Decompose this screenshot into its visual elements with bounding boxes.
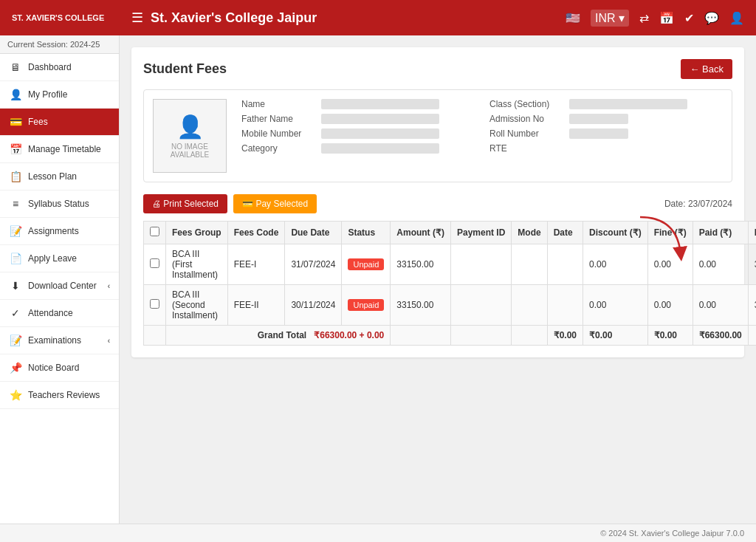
chevron-icon: ‹	[108, 282, 110, 290]
whatsapp-icon[interactable]: 💬	[704, 11, 719, 25]
class-row: Class (Section)	[489, 99, 723, 109]
select-all-checkbox[interactable]	[150, 227, 159, 236]
sidebar-item-download-center[interactable]: ⬇ Download Center ‹	[0, 272, 119, 300]
paid-cell: 0.00	[693, 244, 748, 285]
sidebar-item-label: Dashboard	[28, 62, 72, 72]
currency-badge[interactable]: INR ▾	[591, 10, 629, 27]
table-row: BCA III (First Installment) FEE-I 31/07/…	[144, 244, 757, 285]
row-checkbox-cell	[144, 244, 166, 285]
category-row: Category	[241, 143, 475, 154]
timetable-icon: 📅	[9, 143, 22, 155]
sidebar-item-label: Fees	[28, 117, 48, 127]
profile-icon: 👤	[9, 89, 22, 100]
sidebar-item-assignments[interactable]: 📝 Assignments	[0, 218, 119, 245]
sidebar-item-notice-board[interactable]: 📌 Notice Board	[0, 354, 119, 382]
name-value	[321, 99, 439, 109]
chevron-icon: ‹	[108, 337, 110, 345]
sidebar-item-label: Lesson Plan	[28, 171, 77, 182]
fees-group-cell: BCA III (Second Installment)	[166, 285, 228, 326]
student-info: 👤 NO IMAGE AVAILABLE Name Class (Section…	[143, 89, 732, 182]
no-image-text-1: NO IMAGE	[171, 143, 208, 151]
col-due-date: Due Date	[285, 222, 342, 244]
check-icon[interactable]: ✔	[684, 11, 694, 25]
sidebar-item-label: Apply Leave	[28, 253, 77, 264]
photo-placeholder-icon: 👤	[176, 114, 204, 140]
exam-icon: 📝	[9, 335, 22, 346]
header-icons: 🇺🇸 INR ▾ ⇄ 📅 ✔ 💬 👤	[566, 10, 744, 27]
row-checkbox[interactable]	[150, 299, 159, 309]
sidebar: Current Session: 2024-25 🖥 Dashboard 👤 M…	[0, 35, 120, 524]
roll-label: Roll Number	[489, 128, 563, 139]
flag-icon[interactable]: 🇺🇸	[566, 11, 580, 25]
main-card: Student Fees ← Back 👤 NO IMAGE AVAILABLE…	[131, 47, 744, 357]
mobile-value	[321, 128, 439, 139]
due-date-cell: 31/07/2024	[285, 244, 342, 285]
layout: Current Session: 2024-25 🖥 Dashboard 👤 M…	[0, 35, 756, 524]
row-checkbox-cell	[144, 285, 166, 326]
mobile-row: Mobile Number	[241, 128, 475, 139]
sidebar-item-manage-timetable[interactable]: 📅 Manage Timetable	[0, 136, 119, 163]
gt-action	[748, 326, 756, 346]
fees-code-cell: FEE-I	[227, 244, 285, 285]
sidebar-item-lesson-plan[interactable]: 📋 Lesson Plan	[0, 163, 119, 191]
sidebar-item-label: Notice Board	[28, 363, 79, 373]
mode-cell	[512, 244, 547, 285]
user-icon[interactable]: 👤	[729, 11, 744, 25]
father-label: Father Name	[241, 114, 315, 124]
sidebar-item-my-profile[interactable]: 👤 My Profile	[0, 81, 119, 109]
empty-cell	[144, 326, 166, 346]
discount-cell: 0.00	[583, 244, 648, 285]
roll-value	[569, 128, 628, 139]
col-payment-id: Payment ID	[450, 222, 511, 244]
name-label: Name	[241, 99, 315, 109]
date-cell	[547, 285, 583, 326]
sidebar-item-dashboard[interactable]: 🖥 Dashboard	[0, 54, 119, 81]
admission-value	[569, 114, 628, 124]
gt-empty2	[450, 326, 511, 346]
hamburger-icon[interactable]: ☰	[131, 10, 143, 26]
fine-cell: 0.00	[647, 285, 693, 326]
fees-code-cell: FEE-II	[227, 285, 285, 326]
sidebar-item-label: Syllabus Status	[28, 199, 89, 209]
footer: © 2024 St. Xavier's College Jaipur 7.0.0	[0, 524, 756, 542]
sidebar-item-syllabus-status[interactable]: ≡ Syllabus Status	[0, 191, 119, 218]
transfer-icon[interactable]: ⇄	[639, 11, 649, 25]
syllabus-icon: ≡	[9, 198, 22, 210]
print-selected-button[interactable]: 🖨 Print Selected	[143, 194, 227, 213]
student-photo: 👤 NO IMAGE AVAILABLE	[153, 99, 227, 173]
col-balance: Balance (₹)	[748, 222, 756, 244]
col-amount: Amount (₹)	[391, 222, 451, 244]
balance-cell: 33150.00	[748, 285, 756, 326]
sidebar-item-label: Assignments	[28, 226, 79, 236]
sidebar-item-attendance[interactable]: ✓ Attendance	[0, 300, 119, 327]
sidebar-item-fees[interactable]: 💳 Fees	[0, 109, 119, 136]
col-mode: Mode	[512, 222, 547, 244]
class-label: Class (Section)	[489, 99, 563, 109]
col-fine: Fine (₹)	[647, 222, 693, 244]
fees-icon: 💳	[9, 116, 22, 128]
col-checkbox	[144, 222, 166, 244]
sidebar-item-apply-leave[interactable]: 📄 Apply Leave	[0, 245, 119, 272]
sidebar-item-examinations[interactable]: 📝 Examinations ‹	[0, 327, 119, 354]
pay-selected-button[interactable]: 💳 Pay Selected	[233, 194, 317, 213]
sidebar-item-label: Examinations	[28, 335, 81, 346]
back-button[interactable]: ← Back	[681, 59, 732, 79]
name-row: Name	[241, 99, 475, 109]
page-title: Student Fees	[143, 61, 227, 77]
status-badge: Unpaid	[348, 299, 384, 311]
mobile-label: Mobile Number	[241, 128, 315, 139]
fees-table: Fees Group Fees Code Due Date Status Amo…	[143, 221, 756, 346]
table-wrapper: Fees Group Fees Code Due Date Status Amo…	[143, 221, 732, 346]
download-icon: ⬇	[9, 280, 22, 292]
due-date-cell: 30/11/2024	[285, 285, 342, 326]
father-row: Father Name	[241, 114, 475, 124]
row-checkbox[interactable]	[150, 258, 159, 268]
gt-fine: ₹0.00	[583, 326, 648, 346]
gt-paid: ₹0.00	[647, 326, 693, 346]
calendar-icon[interactable]: 📅	[659, 11, 674, 25]
balance-cell: 33150.00	[748, 244, 756, 285]
category-value	[321, 143, 439, 154]
table-header-row: Fees Group Fees Code Due Date Status Amo…	[144, 222, 757, 244]
sidebar-item-teachers-reviews[interactable]: ⭐ Teachers Reviews	[0, 382, 119, 409]
father-value	[321, 114, 439, 124]
